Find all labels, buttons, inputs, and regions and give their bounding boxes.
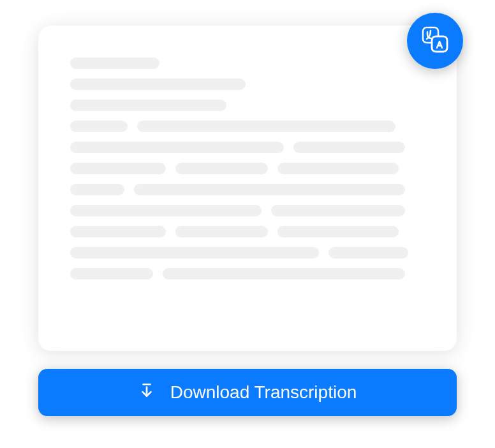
skeleton-pill <box>271 205 405 216</box>
skeleton-pill <box>134 184 405 195</box>
translate-badge[interactable] <box>407 13 463 69</box>
skeleton-row <box>70 78 425 90</box>
skeleton-pill <box>277 163 399 174</box>
skeleton-row <box>70 57 425 69</box>
skeleton-pill <box>70 142 284 153</box>
skeleton-pill <box>70 226 166 237</box>
skeleton-pill <box>329 247 408 258</box>
skeleton-pill <box>277 226 399 237</box>
skeleton-row <box>70 163 425 174</box>
skeleton-pill <box>175 163 268 174</box>
skeleton-row <box>70 100 425 111</box>
transcription-placeholder <box>70 57 425 280</box>
download-button-label: Download Transcription <box>170 382 357 403</box>
translate-icon <box>419 24 451 58</box>
skeleton-pill <box>70 247 319 258</box>
skeleton-pill <box>293 142 405 153</box>
skeleton-pill <box>70 268 153 280</box>
skeleton-pill <box>137 121 395 132</box>
svg-rect-1 <box>432 36 447 52</box>
skeleton-row <box>70 184 425 195</box>
skeleton-pill <box>163 268 405 280</box>
download-icon <box>138 382 155 403</box>
skeleton-row <box>70 142 425 153</box>
skeleton-row <box>70 121 425 132</box>
skeleton-pill <box>70 205 262 216</box>
skeleton-pill <box>70 163 166 174</box>
skeleton-row <box>70 268 425 280</box>
skeleton-pill <box>70 78 246 90</box>
download-transcription-button[interactable]: Download Transcription <box>38 369 457 416</box>
skeleton-pill <box>70 57 159 69</box>
skeleton-row <box>70 247 425 258</box>
skeleton-pill <box>175 226 268 237</box>
skeleton-row <box>70 205 425 216</box>
skeleton-pill <box>70 121 128 132</box>
transcription-card <box>38 26 457 351</box>
skeleton-pill <box>70 100 226 111</box>
skeleton-row <box>70 226 425 237</box>
skeleton-pill <box>70 184 124 195</box>
